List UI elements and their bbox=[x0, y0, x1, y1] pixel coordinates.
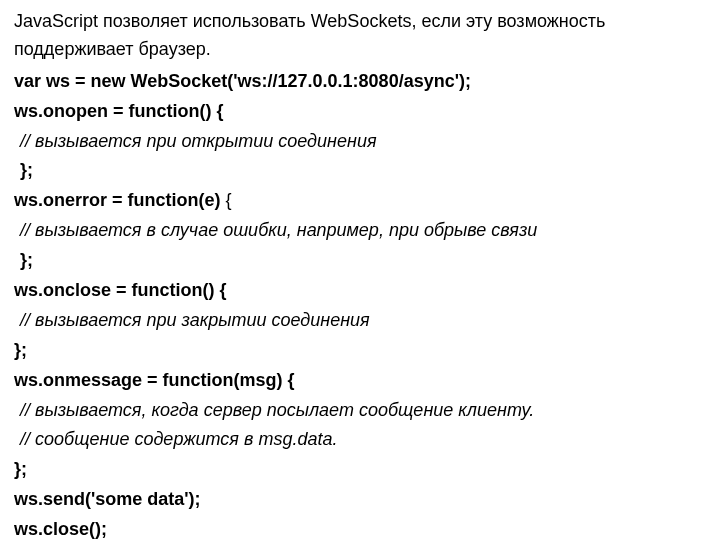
brace-close-onclose: }; bbox=[14, 337, 706, 365]
code-line-send: ws.send('some data'); bbox=[14, 486, 706, 514]
code-line-close: ws.close(); bbox=[14, 516, 706, 540]
comment-onclose: // вызывается при закрытии соединения bbox=[14, 307, 706, 335]
comment-onmessage-2: // сообщение содержится в msg.data. bbox=[14, 426, 706, 454]
code-line-onerror: ws.onerror = function(e) { bbox=[14, 187, 706, 215]
brace-close-onmessage: }; bbox=[14, 456, 706, 484]
comment-onopen: // вызывается при открытии соединения bbox=[14, 128, 706, 156]
onerror-brace: { bbox=[226, 190, 232, 210]
intro-paragraph: JavaScript позволяет использовать WebSoc… bbox=[14, 8, 706, 64]
comment-onerror: // вызывается в случае ошибки, например,… bbox=[14, 217, 706, 245]
onerror-text: ws.onerror = function(e) bbox=[14, 190, 226, 210]
brace-close-onerror: }; bbox=[14, 247, 706, 275]
code-line-onopen: ws.onopen = function() { bbox=[14, 98, 706, 126]
code-line-var-ws: var ws = new WebSocket('ws://127.0.0.1:8… bbox=[14, 68, 706, 96]
code-line-onmessage: ws.onmessage = function(msg) { bbox=[14, 367, 706, 395]
code-line-onclose: ws.onclose = function() { bbox=[14, 277, 706, 305]
comment-onmessage-1: // вызывается, когда сервер посылает соо… bbox=[14, 397, 706, 425]
brace-close-onopen: }; bbox=[14, 157, 706, 185]
